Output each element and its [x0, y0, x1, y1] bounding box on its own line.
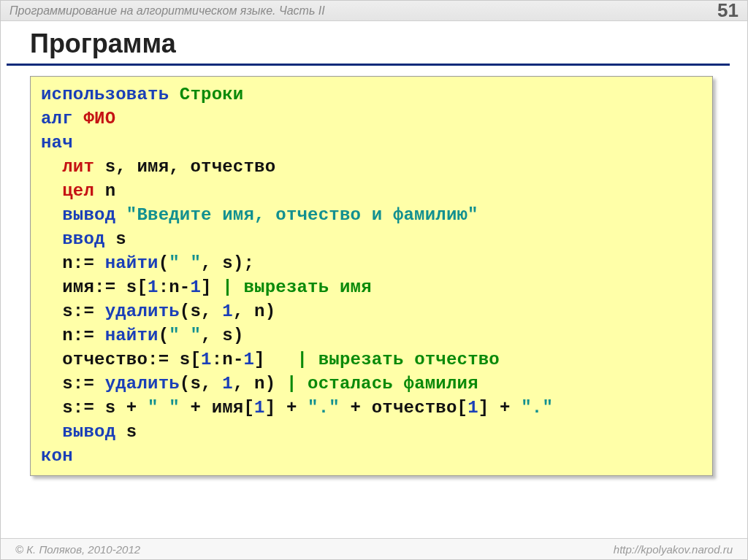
code-token: , n)	[233, 374, 286, 394]
code-token: ввод	[62, 229, 115, 249]
code-token: Строки	[180, 85, 244, 104]
code-line: отчество:= s[1:n-1] | вырезать отчество	[41, 348, 702, 372]
code-line: вывод s	[41, 420, 702, 444]
code-token: вывод	[62, 422, 126, 442]
code-token: s:=	[62, 374, 104, 394]
code-token: "."	[521, 398, 553, 418]
code-token: (s,	[180, 374, 222, 394]
code-token: :n-	[212, 350, 244, 369]
code-token: ]	[254, 350, 297, 369]
footer: © К. Поляков, 2010-2012 http://kpolyakov…	[1, 538, 747, 559]
title-rule	[7, 64, 730, 66]
code-token: + имя[	[180, 398, 254, 418]
code-token: " "	[169, 253, 201, 273]
code-line: лит s, имя, отчество	[41, 155, 702, 179]
code-token: найти	[105, 253, 159, 273]
code-box-wrap: использовать Строкиалг ФИОнач лит s, имя…	[30, 76, 713, 476]
code-token: 1	[468, 398, 478, 418]
code-token: n:=	[62, 326, 104, 345]
code-line: нач	[41, 131, 702, 155]
footer-url: http://kpolyakov.narod.ru	[614, 543, 733, 556]
code-token: 1	[148, 277, 159, 297]
code-token: 1	[254, 398, 265, 418]
code-token: s	[115, 229, 126, 249]
code-token: n	[105, 181, 116, 201]
code-token: лит	[62, 157, 104, 177]
code-token: вывод	[62, 205, 126, 225]
code-token: :n-	[159, 277, 191, 297]
slide: Программирование на алгоритмическом язык…	[0, 0, 748, 560]
breadcrumb: Программирование на алгоритмическом язык…	[9, 4, 325, 18]
code-token: отчество:= s[	[62, 350, 201, 369]
code-token: 1	[201, 350, 212, 369]
code-token: s:= s +	[62, 398, 148, 418]
code-line: цел n	[41, 179, 702, 203]
code-box: использовать Строкиалг ФИОнач лит s, имя…	[30, 76, 713, 476]
code-token: цел	[62, 181, 104, 201]
code-token: удалить	[105, 302, 180, 321]
code-token: "."	[308, 398, 340, 418]
code-token: n:=	[62, 253, 104, 273]
code-token: имя:= s[	[62, 277, 148, 297]
code-line: вывод "Введите имя, отчество и фамилию"	[41, 203, 702, 227]
code-token: + отчество[	[340, 398, 468, 418]
code-line: ввод s	[41, 227, 702, 251]
code-line: алг ФИО	[41, 107, 702, 131]
code-line: использовать Строки	[41, 83, 702, 107]
code-line: s:= удалить(s, 1, n)	[41, 299, 702, 323]
code-token: , n)	[233, 302, 275, 321]
code-token: s, имя, отчество	[105, 157, 276, 177]
copyright: © К. Поляков, 2010-2012	[15, 543, 140, 556]
code-token: (	[159, 253, 169, 273]
code-token: " "	[148, 398, 180, 418]
code-token: ]	[201, 277, 222, 297]
code-listing: использовать Строкиалг ФИОнач лит s, имя…	[41, 83, 702, 468]
code-token: | осталась фамилия	[286, 374, 478, 394]
code-token: 1	[222, 302, 233, 321]
code-token: ФИО	[83, 109, 115, 129]
code-line: s:= s + " " + имя[1] + "." + отчество[1]…	[41, 396, 702, 420]
code-token: | вырезать отчество	[297, 350, 500, 369]
code-token: использовать	[41, 85, 180, 104]
code-token: 1	[243, 350, 254, 369]
code-token: , s)	[201, 326, 243, 345]
code-line: n:= найти(" ", s);	[41, 251, 702, 275]
code-token: 1	[190, 277, 201, 297]
code-token: найти	[105, 326, 159, 345]
code-token: (s,	[180, 302, 222, 321]
code-token: нач	[41, 133, 73, 153]
code-line: s:= удалить(s, 1, n) | осталась фамилия	[41, 372, 702, 396]
code-token: удалить	[105, 374, 180, 394]
code-token: 1	[222, 374, 233, 394]
code-token: " "	[169, 326, 201, 345]
page-number: 51	[717, 0, 739, 22]
code-line: имя:= s[1:n-1] | вырезать имя	[41, 275, 702, 299]
title-area: Программа	[1, 21, 747, 59]
code-token: "Введите имя, отчество и фамилию"	[126, 205, 478, 225]
code-token: (	[159, 326, 169, 345]
top-bar: Программирование на алгоритмическом язык…	[1, 1, 747, 21]
page-title: Программа	[30, 28, 730, 59]
code-token: , s);	[201, 253, 254, 273]
code-token: s:=	[62, 302, 104, 321]
code-token: кон	[41, 446, 73, 466]
code-token: s	[126, 422, 137, 442]
code-token: ] +	[265, 398, 308, 418]
code-line: кон	[41, 444, 702, 468]
code-token: алг	[41, 109, 83, 129]
code-token: | вырезать имя	[222, 277, 371, 297]
code-token: ] +	[478, 398, 521, 418]
code-line: n:= найти(" ", s)	[41, 323, 702, 348]
